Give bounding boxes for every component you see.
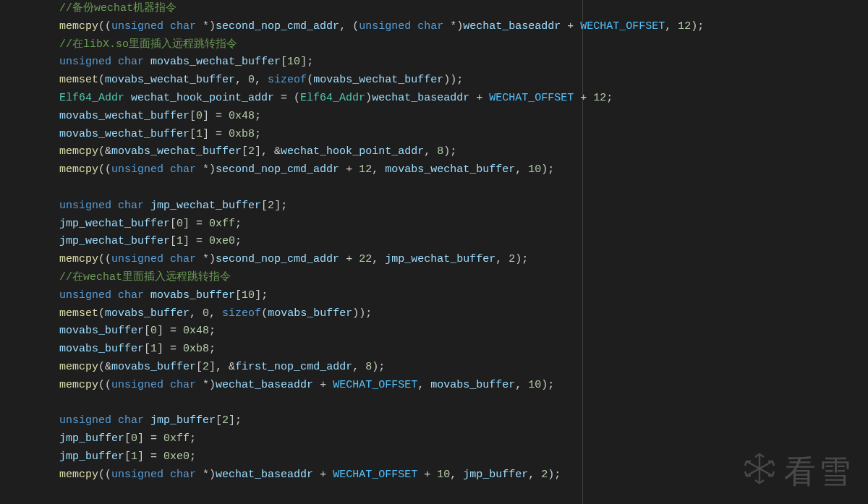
code-token: , <box>190 307 203 320</box>
code-token: 0xb8 <box>229 128 255 140</box>
code-token: 0xb8 <box>183 343 209 355</box>
code-line[interactable]: movabs_wechat_buffer[1] = 0xb8; <box>59 126 868 144</box>
code-line[interactable]: Elf64_Addr wechat_hook_point_addr = (Elf… <box>59 90 868 108</box>
code-token <box>144 56 150 68</box>
code-line[interactable] <box>59 395 868 413</box>
code-token: second_nop_cmd_addr <box>216 253 339 265</box>
code-token: 2 <box>203 361 209 373</box>
code-token: char <box>417 20 443 33</box>
code-token: wechat_hook_point_addr <box>131 92 274 104</box>
code-token: *) <box>443 20 463 33</box>
code-token: ); <box>541 163 554 176</box>
code-token: ]; <box>300 56 313 68</box>
code-token: 0 <box>248 74 255 86</box>
code-token: , <box>372 163 385 176</box>
code-line[interactable]: memcpy((unsigned char *)second_nop_cmd_a… <box>59 251 868 269</box>
code-line[interactable]: memset(movabs_buffer, 0, sizeof(movabs_b… <box>59 305 868 323</box>
code-line[interactable]: unsigned char jmp_buffer[2]; <box>59 412 868 430</box>
code-token: ; <box>255 110 261 122</box>
code-token: , <box>352 361 365 373</box>
code-token: second_nop_cmd_addr <box>216 163 339 176</box>
code-token: ); <box>691 20 704 33</box>
code-token: //备份wechat机器指令 <box>59 2 176 14</box>
code-line[interactable] <box>59 179 868 197</box>
code-token <box>163 253 170 265</box>
code-token: , ( <box>339 20 359 33</box>
snowflake-icon <box>742 451 784 491</box>
code-token: + <box>561 20 580 33</box>
code-token: wechat_baseaddr <box>372 92 469 104</box>
code-line[interactable]: memcpy((unsigned char *)second_nop_cmd_a… <box>59 18 868 36</box>
code-token: 0 <box>196 110 203 122</box>
code-token <box>111 289 118 302</box>
code-token: 22 <box>359 253 372 265</box>
code-token <box>163 469 170 481</box>
code-token: , <box>255 74 268 86</box>
code-token: 10 <box>242 289 255 302</box>
code-token: memcpy <box>59 163 98 176</box>
code-token: unsigned <box>111 253 163 265</box>
code-token: )); <box>443 74 463 86</box>
code-token: ( <box>98 307 105 320</box>
code-token: ; <box>255 128 261 140</box>
code-token: movabs_buffer <box>105 307 190 320</box>
code-token: memset <box>59 74 98 86</box>
code-token: ] = <box>157 325 183 337</box>
code-token: movabs_buffer <box>430 379 515 391</box>
code-line[interactable]: memcpy(&movabs_wechat_buffer[2], &wechat… <box>59 143 868 161</box>
code-token: movabs_wechat_buffer <box>59 110 190 122</box>
code-token <box>163 163 170 176</box>
code-line[interactable]: memcpy((unsigned char *)second_nop_cmd_a… <box>59 161 868 179</box>
code-token: 1 <box>150 343 157 355</box>
code-line[interactable]: jmp_wechat_buffer[1] = 0xe0; <box>59 233 868 251</box>
code-token: sizeof <box>222 307 261 320</box>
code-line[interactable]: memcpy((unsigned char *)wechat_baseaddr … <box>59 377 868 395</box>
code-token: + <box>313 469 333 481</box>
code-token: ( <box>307 74 313 86</box>
code-line[interactable]: movabs_buffer[0] = 0x48; <box>59 323 868 341</box>
code-token: char <box>170 20 196 33</box>
code-token: 8 <box>365 361 372 373</box>
code-token: , <box>495 253 509 265</box>
code-line[interactable]: movabs_wechat_buffer[0] = 0x48; <box>59 108 868 126</box>
code-line[interactable]: //在wechat里面插入远程跳转指令 <box>59 269 868 287</box>
code-token <box>111 56 118 68</box>
code-token: , <box>515 163 528 176</box>
code-token: [ <box>242 145 248 158</box>
code-token: movabs_wechat_buffer <box>150 56 281 68</box>
code-token: Elf64_Addr <box>59 92 124 104</box>
code-line[interactable]: memset(movabs_wechat_buffer, 0, sizeof(m… <box>59 72 868 90</box>
code-token: 2 <box>222 414 229 427</box>
code-token: [ <box>144 343 150 355</box>
code-line[interactable]: movabs_buffer[1] = 0xb8; <box>59 341 868 359</box>
code-line[interactable]: jmp_wechat_buffer[0] = 0xff; <box>59 215 868 234</box>
code-token: unsigned <box>111 163 163 176</box>
code-line[interactable]: jmp_buffer[0] = 0xff; <box>59 430 868 448</box>
code-token: wechat_baseaddr <box>216 469 313 481</box>
code-line[interactable]: //在libX.so里面插入远程跳转指令 <box>59 36 868 54</box>
code-token: + <box>574 92 593 104</box>
code-token: ]; <box>255 289 268 302</box>
code-line[interactable]: unsigned char movabs_wechat_buffer[10]; <box>59 54 868 72</box>
code-token: [ <box>190 110 196 122</box>
code-token: jmp_wechat_buffer <box>59 235 170 247</box>
code-token <box>124 92 131 104</box>
code-token: *) <box>196 20 216 33</box>
code-line[interactable]: unsigned char jmp_wechat_buffer[2]; <box>59 197 868 215</box>
code-token: 0 <box>176 218 183 230</box>
code-token: 2 <box>509 253 515 265</box>
code-token: ; <box>209 343 216 355</box>
code-token: wechat_baseaddr <box>216 379 313 391</box>
code-token: movabs_wechat_buffer <box>105 74 235 86</box>
code-token: WECHAT_OFFSET <box>333 379 417 391</box>
code-line[interactable]: unsigned char movabs_buffer[10]; <box>59 287 868 305</box>
code-line[interactable]: memcpy(&movabs_buffer[2], &first_nop_cmd… <box>59 359 868 377</box>
code-line[interactable]: //备份wechat机器指令 <box>59 0 868 18</box>
code-token: movabs_wechat_buffer <box>385 163 515 176</box>
code-token: (( <box>98 379 111 391</box>
code-token: ; <box>209 325 216 337</box>
code-token: (( <box>98 469 111 481</box>
code-token: *) <box>196 253 216 265</box>
code-editor[interactable]: //备份wechat机器指令memcpy((unsigned char *)se… <box>38 0 868 504</box>
code-token: ] = <box>137 450 163 463</box>
